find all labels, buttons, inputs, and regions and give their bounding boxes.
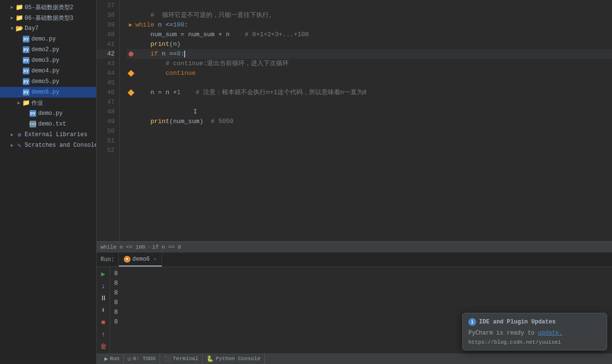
arrow-icon: ▶ bbox=[9, 15, 15, 21]
sidebar-item-demo6[interactable]: py demo6.py bbox=[0, 87, 96, 98]
code-text-39-kw: while bbox=[135, 20, 154, 30]
line-num-38: 38 bbox=[97, 11, 115, 20]
sidebar-item-work[interactable]: ▶ 📁 作业 bbox=[0, 98, 96, 108]
line-num-48: 48 bbox=[97, 107, 115, 117]
code-text-41-indent bbox=[135, 40, 150, 49]
py-icon: py bbox=[29, 110, 37, 117]
status-todo[interactable]: ☑ 6: TODO bbox=[124, 353, 160, 364]
code-text-42-if: if bbox=[150, 49, 158, 59]
output-line-4: 8 bbox=[114, 298, 608, 308]
sidebar-item-label: Scratches and Consoles bbox=[25, 142, 97, 149]
close-tab-button[interactable]: ✕ bbox=[154, 256, 157, 262]
bp-area-42 bbox=[127, 52, 135, 56]
arrow-icon: ▼ bbox=[9, 26, 15, 31]
run-stop-button[interactable]: ■ bbox=[98, 317, 109, 327]
run-play-button[interactable]: ▶ bbox=[98, 269, 109, 279]
py-icon: py bbox=[22, 56, 30, 64]
run-tab-bar: Run: ● demo6 ✕ bbox=[97, 252, 612, 267]
folder-icon: 📁 bbox=[22, 99, 30, 107]
status-bar: ▶ Run ☑ 6: TODO ⬛ Terminal 🐍 Python Cons… bbox=[97, 353, 612, 364]
run-pause-button[interactable]: ⏸ bbox=[98, 293, 109, 303]
sidebar-item-demo2[interactable]: py demo2.py bbox=[0, 44, 96, 55]
run-clear-button[interactable]: 🗑 bbox=[98, 341, 109, 351]
code-text-49-num: (num_sum) bbox=[169, 117, 211, 126]
run-step-button[interactable]: ⬇ bbox=[98, 305, 109, 315]
code-text-46-n: n = n + bbox=[135, 88, 177, 98]
sidebar-item-scratches[interactable]: ▶ ✎ Scratches and Consoles bbox=[0, 140, 96, 151]
code-text-42-indent bbox=[135, 49, 150, 59]
code-line-49: print (num_sum) # 5050 bbox=[127, 117, 612, 126]
sidebar-item-work-demo[interactable]: py demo.py bbox=[0, 108, 96, 119]
breadcrumb: while n <= 100 › if n == 8 bbox=[97, 241, 612, 252]
py-icon: py bbox=[22, 88, 30, 96]
sidebar-item-label: demo2.py bbox=[31, 46, 59, 53]
code-text-49-indent bbox=[135, 117, 150, 126]
output-line-1: 8 bbox=[114, 269, 608, 279]
code-text-39-num: 100 bbox=[173, 20, 184, 30]
status-run-label: Run bbox=[110, 356, 119, 362]
breadcrumb-part1: while n <= 100 bbox=[101, 244, 145, 250]
sidebar-item-folder-05[interactable]: ▶ 📁 05-基础数据类型2 bbox=[0, 2, 96, 13]
sidebar-item-day7[interactable]: ▼ 📂 Day7 bbox=[0, 23, 96, 34]
notif-body: PyCharm is ready to update. bbox=[468, 329, 601, 337]
code-text-42-num: 8 bbox=[177, 49, 181, 59]
code-text-40: num_sum = num_sum + n bbox=[135, 30, 245, 40]
line-num-40: 40 bbox=[97, 30, 115, 40]
line-num-51: 51 bbox=[97, 136, 115, 146]
sidebar-item-demo4[interactable]: py demo4.py bbox=[0, 66, 96, 76]
run-tab-demo6[interactable]: ● demo6 ✕ bbox=[119, 252, 162, 266]
line-num-49: 49 bbox=[97, 117, 115, 126]
sidebar-item-demo3[interactable]: py demo3.py bbox=[0, 55, 96, 66]
sidebar-item-work-txt[interactable]: txt demo.txt bbox=[0, 119, 96, 129]
notif-header: i IDE and Plugin Updates bbox=[468, 318, 601, 326]
code-text-42-n: n == bbox=[158, 49, 177, 59]
code-lines[interactable]: # 循环它是不可逆的，只能一直往下执行。 ▶ while n <= 100 : … bbox=[120, 0, 612, 241]
sidebar-item-demo1[interactable]: py demo.py bbox=[0, 34, 96, 44]
line-num-47: 47 bbox=[97, 98, 115, 107]
folder-open-icon: 📂 bbox=[15, 25, 23, 32]
code-line-46: n = n + 1 # 注意：根本就不会执行n+1这个代码，所以意味着n一直为8 bbox=[127, 88, 612, 98]
code-editor[interactable]: 37 38 39 40 41 42 43 44 45 46 47 48 49 5… bbox=[97, 0, 612, 241]
sidebar-item-label: 06-基础数据类型3 bbox=[25, 14, 73, 22]
sidebar-item-folder-06[interactable]: ▶ 📁 06-基础数据类型3 bbox=[0, 13, 96, 23]
sidebar: ▶ 📁 05-基础数据类型2 ▶ 📁 06-基础数据类型3 ▼ 📂 Day7 p… bbox=[0, 0, 97, 364]
notif-update-link[interactable]: update. bbox=[538, 330, 562, 336]
line-num-42: 42 bbox=[97, 49, 115, 59]
run-up-button[interactable]: ↑ bbox=[98, 329, 109, 339]
arrow-icon: ▶ bbox=[9, 142, 15, 148]
status-run[interactable]: ▶ Run bbox=[101, 353, 124, 364]
py-icon: py bbox=[22, 35, 30, 43]
bp-area-44 bbox=[127, 71, 135, 76]
code-text-46-1: 1 bbox=[177, 88, 181, 98]
run-tab-icon: ● bbox=[124, 256, 131, 263]
code-text-49-print: print bbox=[150, 117, 169, 126]
sidebar-item-label: Day7 bbox=[25, 25, 39, 32]
sidebar-item-ext-lib[interactable]: ▶ ⚙ External Libraries bbox=[0, 129, 96, 140]
code-line-38: # 循环它是不可逆的，只能一直往下执行。 bbox=[127, 11, 612, 20]
sidebar-item-label: demo.py bbox=[38, 110, 62, 117]
notif-body-text: PyCharm is ready to bbox=[468, 330, 538, 336]
line-num-52: 52 bbox=[97, 146, 115, 155]
notif-title: IDE and Plugin Updates bbox=[479, 319, 555, 325]
sidebar-item-demo5[interactable]: py demo5.py bbox=[0, 76, 96, 87]
status-python-console[interactable]: 🐍 Python Console bbox=[203, 353, 264, 364]
code-text-43: # continue:退出当前循环，进入下次循环 bbox=[135, 59, 289, 69]
code-line-40: num_sum = num_sum + n # 0+1+2+3+...+100 bbox=[127, 30, 612, 40]
code-line-45 bbox=[127, 78, 612, 88]
arrow-icon: ▶ bbox=[9, 132, 15, 138]
status-terminal[interactable]: ⬛ Terminal bbox=[160, 353, 203, 364]
code-line-52 bbox=[127, 146, 612, 155]
arrow-icon: ▶ bbox=[15, 100, 22, 106]
run-toolbar: ▶ ↓ ⏸ ⬇ ■ ↑ 🗑 bbox=[97, 267, 110, 353]
code-comment-49: # 5050 bbox=[211, 117, 233, 126]
line-num-44: 44 bbox=[97, 69, 115, 78]
run-status-icon: ▶ bbox=[104, 355, 108, 363]
sidebar-item-label: 05-基础数据类型2 bbox=[25, 3, 73, 12]
bp-area-46 bbox=[127, 90, 135, 95]
code-text-42-colon: : bbox=[181, 49, 185, 59]
code-comment-46: # 注意：根本就不会执行n+1这个代码，所以意味着n一直为8 bbox=[196, 88, 367, 98]
run-down-button[interactable]: ↓ bbox=[98, 281, 109, 291]
status-python-console-label: Python Console bbox=[216, 356, 260, 362]
notif-url: https://blog.csdn.net/yuuisei bbox=[468, 339, 601, 345]
code-line-39: ▶ while n <= 100 : bbox=[127, 20, 612, 30]
